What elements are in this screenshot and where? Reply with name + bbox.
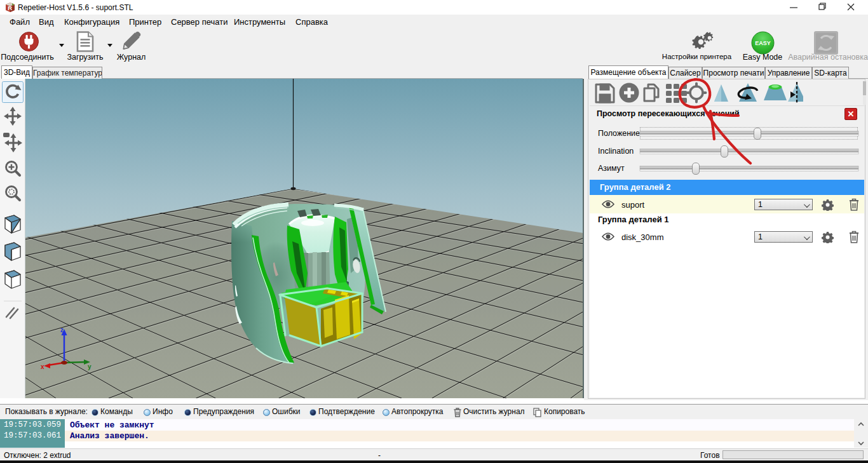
- svg-text:EASY: EASY: [755, 40, 771, 46]
- svg-text:x: x: [41, 363, 44, 370]
- svg-text:z: z: [60, 326, 64, 333]
- svg-text:y: y: [88, 363, 92, 370]
- svg-text:R: R: [8, 4, 12, 11]
